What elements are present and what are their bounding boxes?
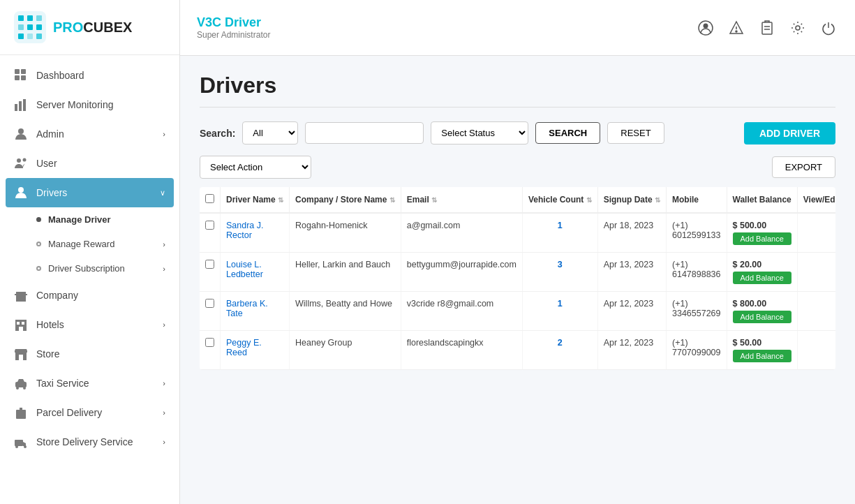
parcel-icon	[14, 406, 28, 420]
col-mobile: Mobile	[666, 187, 727, 213]
logo-text: PROCUBEX	[53, 20, 132, 36]
power-icon[interactable]	[819, 18, 838, 38]
svg-rect-21	[16, 292, 26, 302]
row-checkbox[interactable]	[205, 260, 214, 269]
col-signup-date[interactable]: Signup Date ⇅	[597, 187, 666, 213]
driver-name-cell: Louise L. Ledbetter	[221, 253, 290, 292]
add-balance-button[interactable]: Add Balance	[733, 350, 791, 362]
col-company[interactable]: Company / Store Name ⇅	[290, 187, 401, 213]
document-cell	[797, 331, 835, 370]
wallet-amount: $ 50.00	[733, 338, 791, 348]
status-select[interactable]: Select Status	[431, 121, 528, 144]
search-input[interactable]	[305, 122, 424, 144]
svg-rect-6	[36, 24, 42, 30]
chevron-right-icon: ›	[163, 438, 165, 446]
driver-name-cell: Barbera K. Tate	[221, 292, 290, 331]
driver-name-link[interactable]: Sandra J. Rector	[226, 221, 264, 240]
dot-icon	[36, 242, 41, 246]
topbar-icons	[696, 18, 838, 38]
warning-icon[interactable]	[727, 18, 746, 38]
clipboard-icon[interactable]	[757, 18, 777, 38]
search-category-select[interactable]: All	[242, 121, 298, 144]
export-button[interactable]: EXPORT	[772, 156, 835, 178]
svg-rect-2	[27, 15, 33, 21]
col-driver-name[interactable]: Driver Name ⇅	[221, 187, 290, 213]
email-cell: floreslandscapingkx	[401, 331, 522, 370]
sidebar-item-label: Company	[36, 290, 78, 301]
email-cell: bettygumm@jourrapide.com	[401, 253, 522, 292]
app-subtitle: Super Administrator	[197, 30, 270, 40]
wallet-amount: $ 20.00	[733, 260, 791, 269]
dot-icon	[36, 266, 41, 271]
vehicle-count-cell: 2	[522, 331, 597, 370]
vehicle-count-value: 1	[528, 221, 592, 230]
sidebar-subitem-manage-driver[interactable]: Manage Driver	[0, 207, 179, 232]
row-checkbox[interactable]	[205, 221, 214, 230]
add-balance-button[interactable]: Add Balance	[733, 311, 791, 323]
chevron-right-icon: ›	[163, 265, 165, 273]
sidebar-subitem-manage-reward[interactable]: Manage Reward ›	[0, 232, 179, 256]
chevron-right-icon: ›	[163, 320, 165, 329]
sidebar-item-store-delivery[interactable]: Store Delivery Service ›	[0, 427, 179, 457]
sidebar-item-server-monitoring[interactable]: Server Monitoring	[0, 90, 179, 119]
sidebar-subitem-driver-subscription[interactable]: Driver Subscription ›	[0, 256, 179, 281]
document-cell	[797, 292, 835, 331]
sidebar: PROCUBEX Dashboard Server Monitoring Adm…	[0, 0, 180, 504]
col-vehicle-count[interactable]: Vehicle Count ⇅	[522, 187, 597, 213]
driver-name-link[interactable]: Louise L. Ledbetter	[226, 260, 263, 279]
col-documents: View/Edit Document(s)	[797, 187, 835, 213]
company-cell: Rogahn-Homenick	[290, 213, 401, 253]
signup-date-cell: Apr 18, 2023	[597, 213, 666, 253]
sidebar-item-store[interactable]: Store	[0, 339, 179, 369]
svg-point-41	[736, 31, 737, 32]
row-checkbox[interactable]	[205, 299, 214, 308]
sidebar-item-parcel[interactable]: Parcel Delivery ›	[0, 398, 179, 427]
search-button[interactable]: SEARCH	[535, 122, 600, 144]
app-title: V3C Driver	[197, 15, 270, 30]
sidebar-item-taxi[interactable]: Taxi Service ›	[0, 369, 179, 398]
document-cell	[797, 213, 835, 253]
chevron-down-icon: ∨	[160, 188, 165, 198]
svg-rect-16	[23, 99, 26, 111]
svg-rect-13	[21, 75, 26, 80]
add-balance-button[interactable]: Add Balance	[733, 272, 791, 284]
chevron-right-icon: ›	[163, 379, 165, 387]
select-all-checkbox[interactable]	[205, 194, 214, 203]
svg-point-39	[704, 23, 708, 28]
sidebar-item-dashboard[interactable]: Dashboard	[0, 61, 179, 90]
document-cell	[797, 253, 835, 292]
row-checkbox[interactable]	[205, 338, 214, 347]
reset-button[interactable]: RESET	[607, 122, 664, 144]
sidebar-item-hotels[interactable]: Hotels ›	[0, 310, 179, 339]
driver-name-link[interactable]: Peggy E. Reed	[226, 338, 262, 357]
sidebar-item-user[interactable]: User	[0, 149, 179, 178]
vehicle-count-value: 2	[528, 338, 592, 348]
action-select[interactable]: Select Action	[200, 156, 311, 179]
col-email[interactable]: Email ⇅	[401, 187, 522, 213]
settings-icon[interactable]	[788, 18, 808, 38]
company-cell: Heller, Larkin and Bauch	[290, 253, 401, 292]
delivery-icon	[14, 435, 28, 449]
sidebar-item-drivers[interactable]: Drivers ∨	[6, 178, 174, 207]
sidebar-item-admin[interactable]: Admin ›	[0, 119, 179, 149]
svg-rect-9	[36, 34, 42, 39]
wallet-balance-cell: $ 50.00 Add Balance	[727, 331, 797, 370]
add-driver-button[interactable]: ADD DRIVER	[744, 122, 835, 144]
search-label: Search:	[200, 128, 235, 139]
add-balance-button[interactable]: Add Balance	[733, 232, 791, 245]
wallet-amount: $ 500.00	[733, 221, 791, 230]
sidebar-item-company[interactable]: Company	[0, 281, 179, 310]
svg-rect-5	[27, 24, 33, 30]
sidebar-item-label: Server Monitoring	[36, 99, 114, 110]
vehicle-count-value: 1	[528, 299, 592, 309]
table-row: Louise L. Ledbetter Heller, Larkin and B…	[200, 253, 835, 292]
search-bar: Search: All Select Status SEARCH RESET A…	[200, 121, 835, 144]
row-checkbox-cell	[200, 213, 221, 253]
sidebar-logo: PROCUBEX	[0, 0, 179, 55]
svg-rect-42	[762, 22, 772, 34]
mobile-cell: (+1) 7707099009	[666, 331, 727, 370]
person-circle-icon[interactable]	[696, 18, 715, 38]
driver-name-link[interactable]: Barbera K. Tate	[226, 299, 268, 318]
vehicle-count-cell: 1	[522, 292, 597, 331]
row-checkbox-cell	[200, 253, 221, 292]
